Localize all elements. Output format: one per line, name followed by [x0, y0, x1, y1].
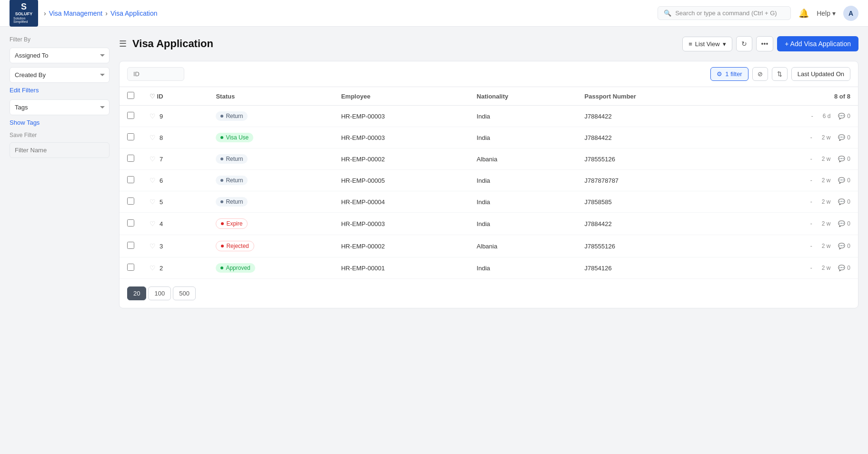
table-row[interactable]: ♡ 8 Visa Use HR-EMP-00003 India J7884422… — [120, 127, 858, 148]
table-card: ⚙ 1 filter ⊘ ⇅ Last Updated On — [119, 61, 858, 308]
show-tags-link[interactable]: Show Tags — [10, 119, 110, 126]
nav-right: 🔍 Search or type a command (Ctrl + G) 🔔 … — [658, 6, 858, 21]
filter-button[interactable]: ⚙ 1 filter — [710, 67, 748, 81]
filter-icon: ⚙ — [717, 70, 722, 78]
dash-4: - — [810, 198, 812, 205]
row-employee-4: HR-EMP-00004 — [333, 191, 469, 213]
global-search[interactable]: 🔍 Search or type a command (Ctrl + G) — [658, 6, 791, 20]
table-row[interactable]: ♡ 6 Return HR-EMP-00005 India J787878787… — [120, 170, 858, 191]
more-options-button[interactable]: ••• — [756, 36, 774, 51]
row-checkbox-0[interactable] — [127, 112, 134, 119]
hamburger-icon[interactable]: ☰ — [119, 39, 127, 49]
status-badge-4: Return — [216, 197, 248, 207]
row-checkbox-1[interactable] — [127, 133, 134, 140]
comment-icon-6[interactable]: 💬 — [838, 243, 845, 249]
row-nationality-6: Albania — [469, 235, 577, 257]
sort-button[interactable]: ⇅ — [772, 67, 788, 81]
add-visa-application-button[interactable]: + Add Visa Application — [777, 36, 858, 51]
refresh-button[interactable]: ↻ — [736, 36, 752, 51]
favorite-icon-3[interactable]: ♡ — [150, 177, 156, 184]
row-id-0: 9 — [160, 113, 163, 120]
comment-icon-5[interactable]: 💬 — [838, 220, 845, 227]
favorite-icon-4[interactable]: ♡ — [150, 198, 156, 206]
table-row[interactable]: ♡ 9 Return HR-EMP-00003 India J7884422 -… — [120, 106, 858, 127]
filter-by-label: Filter By — [10, 36, 110, 43]
row-id-1: 8 — [160, 134, 163, 141]
row-employee-1: HR-EMP-00003 — [333, 127, 469, 148]
row-checkbox-2[interactable] — [127, 155, 134, 162]
comment-icon-2[interactable]: 💬 — [838, 156, 845, 162]
row-checkbox-4[interactable] — [127, 197, 134, 205]
table-row[interactable]: ♡ 7 Return HR-EMP-00002 Albania J7855512… — [120, 148, 858, 170]
col-passport: Passport Number — [577, 87, 731, 106]
top-navigation: S SOLUFY Solution Simplified › Visa Mana… — [0, 0, 868, 27]
table-row[interactable]: ♡ 2 Approved HR-EMP-00001 India J7854126… — [120, 257, 858, 279]
row-id-7: 2 — [160, 265, 163, 272]
page-size-20[interactable]: 20 — [127, 286, 146, 300]
table-toolbar: ⚙ 1 filter ⊘ ⇅ Last Updated On — [120, 61, 858, 87]
page-size-500[interactable]: 500 — [173, 286, 196, 300]
page-container: Filter By Assigned To Created By Edit Fi… — [0, 27, 868, 454]
comment-icon-7[interactable]: 💬 — [838, 265, 845, 271]
row-passport-2: J78555126 — [577, 148, 731, 170]
comment-icon-4[interactable]: 💬 — [838, 198, 845, 205]
heart-col-icon: ♡ — [150, 93, 155, 100]
help-button[interactable]: Help ▾ — [817, 10, 836, 17]
row-passport-3: J787878787 — [577, 170, 731, 191]
row-passport-5: J7884422 — [577, 213, 731, 235]
favorite-icon-6[interactable]: ♡ — [150, 242, 156, 250]
row-id-4: 5 — [160, 198, 163, 206]
status-badge-3: Return — [216, 176, 248, 185]
row-checkbox-3[interactable] — [127, 176, 134, 183]
edit-filters-link[interactable]: Edit Filters — [10, 87, 110, 94]
status-badge-0: Return — [216, 111, 248, 121]
notifications-bell[interactable]: 🔔 — [798, 8, 809, 19]
col-status: Status — [208, 87, 333, 106]
status-badge-1: Visa Use — [216, 133, 253, 142]
row-id-6: 3 — [160, 243, 163, 250]
favorite-icon-1[interactable]: ♡ — [150, 134, 156, 141]
row-passport-4: J7858585 — [577, 191, 731, 213]
page-size-100[interactable]: 100 — [148, 286, 171, 300]
time-7: 2 w — [822, 265, 831, 271]
breadcrumb-visa-management[interactable]: Visa Management — [49, 10, 103, 17]
row-checkbox-7[interactable] — [127, 264, 134, 271]
row-nationality-4: India — [469, 191, 577, 213]
table-row[interactable]: ♡ 3 Rejected HR-EMP-00002 Albania J78555… — [120, 235, 858, 257]
favorite-icon-7[interactable]: ♡ — [150, 264, 156, 272]
dash-0: - — [811, 113, 813, 119]
last-updated-button[interactable]: Last Updated On — [791, 67, 850, 81]
created-by-select[interactable]: Created By — [10, 67, 110, 83]
select-all-checkbox[interactable] — [127, 92, 134, 99]
row-checkbox-6[interactable] — [127, 242, 134, 249]
comment-icon-3[interactable]: 💬 — [838, 177, 845, 184]
assigned-to-select[interactable]: Assigned To — [10, 48, 110, 63]
row-checkbox-5[interactable] — [127, 219, 134, 227]
favorite-icon-5[interactable]: ♡ — [150, 220, 156, 227]
time-0: 6 d — [823, 113, 831, 119]
filter-name-input[interactable] — [10, 142, 110, 158]
breadcrumb-visa-application[interactable]: Visa Application — [110, 10, 158, 17]
table-row[interactable]: ♡ 5 Return HR-EMP-00004 India J7858585 -… — [120, 191, 858, 213]
status-badge-2: Return — [216, 154, 248, 164]
filter-clear-button[interactable]: ⊘ — [752, 67, 768, 81]
list-view-button[interactable]: ≡ List View ▾ — [682, 37, 732, 51]
comment-icon-0[interactable]: 💬 — [838, 113, 845, 119]
dash-2: - — [810, 156, 812, 162]
time-4: 2 w — [822, 198, 831, 205]
chevron-down-icon: ▾ — [832, 10, 836, 17]
favorite-icon-0[interactable]: ♡ — [150, 112, 156, 120]
breadcrumb-sep2: › — [105, 10, 108, 17]
avatar[interactable]: A — [843, 6, 858, 21]
id-search-input[interactable] — [127, 67, 184, 81]
row-passport-7: J7854126 — [577, 257, 731, 279]
dash-7: - — [810, 265, 812, 271]
breadcrumb-sep1: › — [44, 10, 46, 17]
favorite-icon-2[interactable]: ♡ — [150, 155, 156, 163]
tags-select[interactable]: Tags — [10, 99, 110, 115]
row-employee-3: HR-EMP-00005 — [333, 170, 469, 191]
table-row[interactable]: ♡ 4 Expire HR-EMP-00003 India J7884422 -… — [120, 213, 858, 235]
row-employee-2: HR-EMP-00002 — [333, 148, 469, 170]
list-view-icon: ≡ — [688, 40, 692, 48]
comment-icon-1[interactable]: 💬 — [838, 134, 845, 141]
